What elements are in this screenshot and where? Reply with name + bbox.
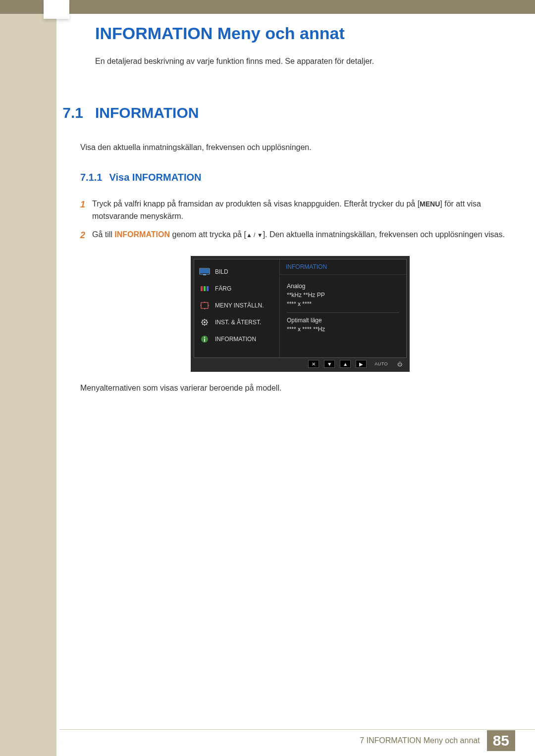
- page-footer: 7 INFORMATION Meny och annat 85: [0, 729, 535, 756]
- monitor-icon: [199, 268, 210, 276]
- chapter-intro: En detaljerad beskrivning av varje funkt…: [95, 57, 505, 66]
- section-description: Visa den aktuella inmatningskällan, frek…: [80, 143, 505, 152]
- osd-panel-title: INFORMATION: [280, 259, 406, 275]
- osd-menu-setup-label: MENY INSTÄLLN.: [215, 302, 264, 309]
- osd-frame: BILD FÄRG MENY INSTÄLLN. INST. & ÅTERST.: [191, 256, 410, 372]
- right-triangle-icon: ▶: [356, 360, 367, 368]
- subsection-title: Visa INFORMATION: [109, 172, 201, 183]
- osd-menu-farg: FÄRG: [194, 280, 279, 297]
- svg-rect-5: [207, 286, 209, 291]
- osd-menu-list: BILD FÄRG MENY INSTÄLLN. INST. & ÅTERST.: [194, 259, 279, 357]
- close-icon: ✕: [308, 360, 319, 368]
- up-down-triangle-icon: ▲ / ▼: [246, 232, 263, 239]
- osd-menu-farg-label: FÄRG: [215, 285, 231, 292]
- osd-menu-information-label: INFORMATION: [215, 336, 256, 343]
- footer-sidebar-block: [0, 729, 56, 756]
- step-1-number: 1: [80, 198, 92, 223]
- chapter-title: INFORMATION Meny och annat: [95, 24, 505, 43]
- section-number: 7.1: [45, 104, 83, 121]
- gear-icon: [199, 318, 210, 326]
- step-2-text-b: genom att trycka på [: [170, 230, 246, 239]
- svg-point-8: [204, 321, 206, 323]
- step-1-text: Tryck på valfri knapp på framsidan av pr…: [92, 198, 505, 223]
- osd-menu-reset-label: INST. & ÅTERST.: [215, 319, 261, 326]
- footer-right-group: 7 INFORMATION Meny och annat 85: [360, 730, 515, 751]
- step-1-text-a: Tryck på valfri knapp på framsidan av pr…: [92, 200, 420, 208]
- svg-rect-4: [204, 286, 206, 291]
- footer-rule: [59, 729, 535, 730]
- osd-line-res: **** x ****: [287, 300, 399, 308]
- left-beige-sidebar: [0, 14, 56, 742]
- osd-menu-reset: INST. & ÅTERST.: [194, 314, 279, 331]
- osd-line-source: Analog: [287, 282, 399, 291]
- osd-line-freq: **kHz **Hz PP: [287, 291, 399, 300]
- page-content: INFORMATION Meny och annat En detaljerad…: [59, 14, 535, 742]
- svg-rect-3: [201, 286, 203, 291]
- subsection-number: 7.1.1: [80, 172, 102, 183]
- osd-separator: [287, 312, 399, 313]
- osd-line-optimal-res: **** x **** **Hz: [287, 325, 399, 334]
- color-bars-icon: [199, 285, 210, 293]
- svg-line-13: [202, 320, 203, 321]
- osd-panel-body: Analog **kHz **Hz PP **** x **** Optimal…: [280, 275, 406, 349]
- resize-icon: [199, 302, 210, 309]
- section-title: INFORMATION: [95, 104, 199, 121]
- footer-chapter-label: 7 INFORMATION Meny och annat: [360, 736, 480, 745]
- down-triangle-icon: ▼: [324, 360, 335, 368]
- power-icon: ⏻: [396, 360, 404, 368]
- osd-screenshot: BILD FÄRG MENY INSTÄLLN. INST. & ÅTERST.: [191, 256, 410, 372]
- svg-line-15: [202, 324, 203, 325]
- subsection-heading: 7.1.1 Visa INFORMATION: [80, 172, 505, 183]
- step-2-text-c: ]. Den aktuella inmatningskällan, frekve…: [263, 230, 505, 239]
- section-heading: 7.1 INFORMATION: [45, 104, 505, 121]
- svg-line-16: [207, 320, 208, 321]
- osd-menu-setup: MENY INSTÄLLN.: [194, 297, 279, 314]
- svg-rect-19: [204, 337, 205, 338]
- top-accent-bar: [0, 0, 535, 14]
- footer-page-number: 85: [487, 730, 515, 751]
- corner-tab: [44, 0, 69, 19]
- step-2: 2 Gå till INFORMATION genom att trycka p…: [80, 229, 505, 243]
- svg-line-14: [207, 324, 208, 325]
- info-icon: [199, 335, 210, 343]
- menu-key: MENU: [420, 200, 440, 208]
- osd-info-panel: INFORMATION Analog **kHz **Hz PP **** x …: [279, 259, 406, 357]
- svg-rect-1: [200, 269, 209, 273]
- osd-menu-bild: BILD: [194, 263, 279, 280]
- osd-caption: Menyalternativen som visas varierar bero…: [80, 384, 505, 393]
- step-1: 1 Tryck på valfri knapp på framsidan av …: [80, 198, 505, 223]
- step-2-text-a: Gå till: [92, 230, 114, 239]
- svg-rect-6: [201, 302, 208, 308]
- step-2-number: 2: [80, 229, 92, 243]
- osd-menu-information: INFORMATION: [194, 331, 279, 348]
- information-keyword: INFORMATION: [114, 230, 170, 239]
- osd-button-bar: ✕ ▼ ▲ ▶ AUTO ⏻: [194, 358, 407, 369]
- osd-line-optimal: Optimalt läge: [287, 316, 399, 325]
- osd-inner: BILD FÄRG MENY INSTÄLLN. INST. & ÅTERST.: [194, 259, 407, 358]
- svg-rect-2: [203, 274, 206, 275]
- up-triangle-icon: ▲: [340, 360, 351, 368]
- svg-rect-18: [204, 339, 205, 342]
- step-2-text: Gå till INFORMATION genom att trycka på …: [92, 229, 505, 243]
- auto-button: AUTO: [372, 360, 391, 368]
- osd-menu-bild-label: BILD: [215, 268, 228, 275]
